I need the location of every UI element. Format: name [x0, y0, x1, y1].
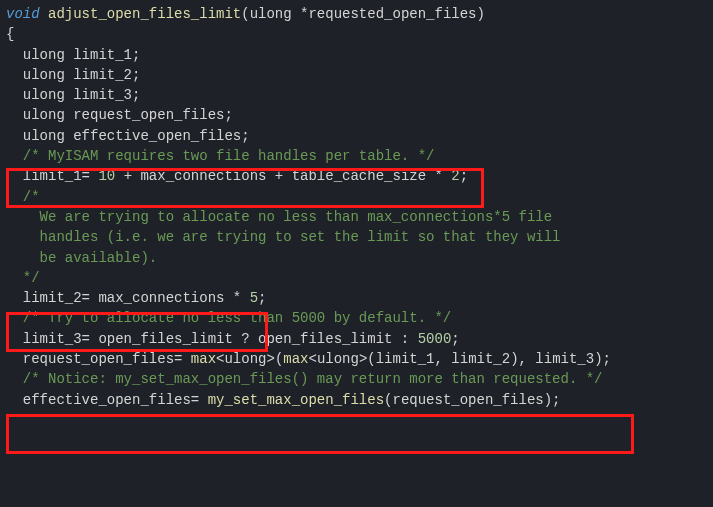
function-call: my_set_max_open_files [208, 392, 384, 408]
signature-params: (ulong *requested_open_files) [241, 6, 485, 22]
comment-line: /* [2, 187, 711, 207]
highlight-box [6, 414, 634, 454]
code-line: ulong request_open_files; [2, 105, 711, 125]
code-line: request_open_files= max<ulong>(max<ulong… [2, 349, 711, 369]
number-literal: 5000 [418, 331, 452, 347]
comment-line: /* Try to allocate no less than 5000 by … [2, 308, 711, 328]
code-line: void adjust_open_files_limit(ulong *requ… [2, 4, 711, 24]
function-call: max [283, 351, 308, 367]
code-line: effective_open_files= my_set_max_open_fi… [2, 390, 711, 410]
number-literal: 2 [451, 168, 459, 184]
comment-line: handles (i.e. we are trying to set the l… [2, 227, 711, 247]
comment-line: /* MyISAM requires two file handles per … [2, 146, 711, 166]
comment-line: We are trying to allocate no less than m… [2, 207, 711, 227]
template-arg: <ulong> [216, 351, 275, 367]
comment-line: */ [2, 268, 711, 288]
comment-line: /* Notice: my_set_max_open_files() may r… [2, 369, 711, 389]
code-line: ulong limit_1; [2, 45, 711, 65]
args-rest: (limit_1, limit_2), limit_3); [367, 351, 611, 367]
template-arg: <ulong> [309, 351, 368, 367]
number-literal: 10 [98, 168, 115, 184]
assign-left: effective_open_files= [6, 392, 208, 408]
code-line: ulong limit_3; [2, 85, 711, 105]
function-name: adjust_open_files_limit [40, 6, 242, 22]
code-block: void adjust_open_files_limit(ulong *requ… [0, 0, 713, 414]
number-literal: 5 [250, 290, 258, 306]
args-rest: (request_open_files); [384, 392, 560, 408]
code-line: ulong effective_open_files; [2, 126, 711, 146]
code-line: limit_1= 10 + max_connections + table_ca… [2, 166, 711, 186]
function-call: max [191, 351, 216, 367]
assign-left: request_open_files= [6, 351, 191, 367]
code-line: limit_2= max_connections * 5; [2, 288, 711, 308]
keyword-void: void [6, 6, 40, 22]
code-line: ulong limit_2; [2, 65, 711, 85]
code-line: { [2, 24, 711, 44]
code-line: limit_3= open_files_limit ? open_files_l… [2, 329, 711, 349]
comment-line: be available). [2, 248, 711, 268]
